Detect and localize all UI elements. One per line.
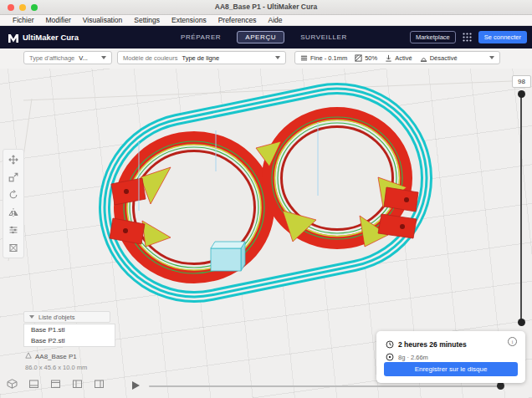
tab-surveiller[interactable]: SURVEILLER	[297, 32, 350, 43]
menubar: Fichier Modifier Visualisation Settings …	[0, 15, 532, 26]
left-view-icon[interactable]	[71, 378, 84, 390]
layer-slider-track[interactable]	[520, 92, 522, 324]
layer-height-icon	[300, 54, 308, 62]
tab-apercu[interactable]: APERÇU	[237, 31, 284, 43]
menu-settings[interactable]: Settings	[128, 15, 166, 26]
menu-modifier[interactable]: Modifier	[40, 15, 77, 26]
view-type-value: V...	[79, 54, 88, 62]
chevron-down-icon	[101, 56, 106, 59]
chevron-down-icon	[275, 56, 280, 59]
3d-view-icon[interactable]	[6, 378, 18, 390]
save-to-disk-button[interactable]: Enregistrer sur le disque	[384, 362, 518, 376]
selected-object-name: AA8_Base P1	[35, 353, 77, 360]
layer-number-box[interactable]: 98	[512, 75, 531, 88]
view-type-label: Type d'affichage	[29, 54, 74, 62]
profile-segment: Fine - 0.1mm	[300, 54, 347, 62]
support-value: Activé	[395, 54, 412, 62]
cura-window: AA8_Base P1 - UltiMaker Cura Fichier Mod…	[0, 0, 532, 398]
marketplace-button[interactable]: Marketplace	[410, 31, 456, 43]
color-scheme-label: Modèle de couleurs	[123, 54, 177, 62]
mirror-tool-icon[interactable]	[5, 205, 22, 220]
front-view-icon[interactable]	[28, 378, 40, 390]
profile-value: Fine - 0.1mm	[310, 54, 347, 62]
menu-visualisation[interactable]: Visualisation	[77, 15, 129, 26]
chevron-down-icon	[489, 56, 494, 59]
layer-slider-bottom-handle[interactable]	[518, 319, 525, 326]
view-type-dropdown[interactable]: Type d'affichage V...	[23, 51, 112, 64]
info-icon[interactable]	[508, 337, 517, 346]
object-icon	[25, 352, 32, 360]
material-usage: 8g · 2.66m	[398, 354, 428, 361]
color-scheme-dropdown[interactable]: Modèle de couleurs Type de ligne	[117, 51, 286, 64]
layer-slider-top-handle[interactable]	[518, 90, 525, 98]
per-model-settings-icon[interactable]	[5, 222, 22, 237]
right-view-icon[interactable]	[93, 378, 105, 390]
tab-preparer[interactable]: PRÉPARER	[177, 32, 224, 43]
infill-icon	[355, 54, 362, 62]
app-header: UltiMaker Cura PRÉPARER APERÇU SURVEILLE…	[0, 26, 532, 48]
titlebar: AA8_Base P1 - UltiMaker Cura	[0, 0, 532, 15]
window-title: AA8_Base P1 - UltiMaker Cura	[0, 0, 532, 14]
object-list-title: Liste d'objets	[38, 314, 75, 321]
apps-grid-icon[interactable]	[463, 30, 472, 45]
object-list-item[interactable]: Base P2.stl	[24, 335, 115, 346]
rotate-tool-icon[interactable]	[5, 187, 22, 202]
timeline-slider[interactable]	[149, 385, 500, 387]
chevron-down-icon	[29, 315, 34, 319]
menu-extensions[interactable]: Extensions	[166, 15, 212, 26]
support-segment: Activé	[385, 54, 412, 62]
print-summary-panel: 2 heures 26 minutes 8g · 2.66m Enregistr…	[376, 331, 525, 383]
infill-segment: 50%	[355, 54, 377, 62]
top-view-icon[interactable]	[49, 378, 62, 390]
ultimaker-logo-icon	[8, 32, 19, 47]
menu-preferences[interactable]: Preferences	[212, 15, 263, 26]
selected-object-info: AA8_Base P1	[25, 352, 77, 360]
infill-value: 50%	[365, 54, 377, 62]
move-tool-icon[interactable]	[5, 152, 22, 167]
color-scheme-value: Type de ligne	[182, 54, 219, 62]
selected-object-dimensions: 86.0 x 45.6 x 10.0 mm	[25, 364, 87, 371]
support-icon	[385, 54, 392, 62]
print-time: 2 heures 26 minutes	[398, 340, 467, 349]
left-toolbar	[3, 149, 24, 258]
object-list-header[interactable]: Liste d'objets	[23, 311, 110, 323]
adhesion-icon	[420, 54, 427, 62]
stage-tabs: PRÉPARER APERÇU SURVEILLER	[177, 26, 350, 48]
app-name: UltiMaker Cura	[23, 33, 79, 42]
sign-in-button[interactable]: Se connecter	[478, 31, 527, 43]
object-list-item[interactable]: Base P1.stl	[24, 324, 115, 335]
scale-tool-icon[interactable]	[5, 170, 22, 185]
timeline-handle[interactable]	[497, 382, 504, 390]
view-presets	[6, 378, 105, 390]
print-settings-panel-button[interactable]: Fine - 0.1mm 50% Activé Désactivé	[294, 51, 500, 64]
menu-fichier[interactable]: Fichier	[7, 15, 40, 26]
adhesion-value: Désactivé	[430, 54, 458, 62]
adhesion-segment: Désactivé	[420, 54, 458, 62]
object-list: Base P1.stl Base P2.stl	[23, 324, 115, 347]
play-button[interactable]	[132, 381, 140, 390]
header-right: Marketplace Se connecter	[410, 26, 527, 48]
menu-aide[interactable]: Aide	[262, 15, 288, 26]
stage-toolbar: Type d'affichage V... Modèle de couleurs…	[0, 48, 532, 69]
support-blocker-icon[interactable]	[5, 240, 22, 255]
